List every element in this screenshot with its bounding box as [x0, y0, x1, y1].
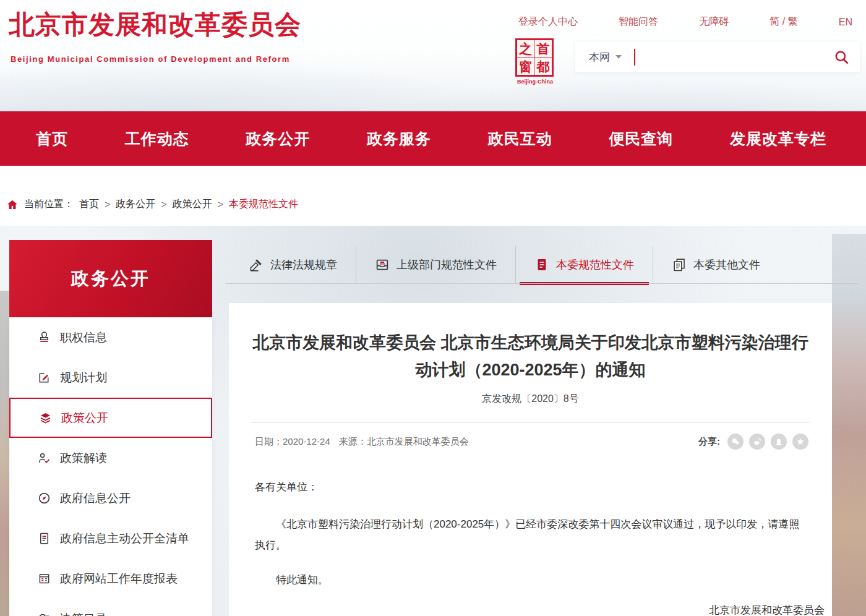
tab-committee-normative-documents[interactable]: 本委规范性文件 — [515, 246, 653, 283]
site-logo-title: 北京市发展和改革委员会 — [9, 7, 301, 42]
sidebar-item-planning[interactable]: 规划计划 — [9, 357, 212, 398]
sidebar: 政务公开 职权信息 规 — [9, 240, 212, 616]
sidebar-item-website-annual-report[interactable]: 政府网站工作年度报表 — [9, 558, 212, 599]
tab-superior-normative-documents[interactable]: 上级部门规范性文件 — [356, 246, 515, 283]
sidebar-item-label: 决策目录 — [60, 611, 107, 616]
share-label: 分享: — [698, 436, 720, 448]
nav-item-reform-column[interactable]: 发展改革专栏 — [730, 129, 826, 149]
seal-char: 首 — [534, 40, 552, 58]
tab-label: 本委其他文件 — [693, 257, 760, 272]
date-value: 2020-12-24 — [283, 436, 330, 447]
search-scope-label: 本网 — [589, 50, 610, 64]
folder-icon — [36, 612, 51, 616]
seal-caption: Beijing-China — [515, 79, 555, 85]
sidebar-item-gov-info-disclosure[interactable]: 政府信息公开 — [9, 478, 212, 518]
capital-window-seal-logo[interactable]: 之 首 窗 都 Beijing-China — [515, 38, 555, 85]
search-scope-dropdown[interactable]: 本网 — [589, 50, 622, 64]
tab-label: 上级部门规范性文件 — [397, 257, 497, 272]
breadcrumb-separator: > — [161, 199, 166, 210]
article-body: 各有关单位： 《北京市塑料污染治理行动计划（2020-2025年）》已经市委深改… — [255, 477, 806, 591]
stamp-icon — [36, 330, 51, 344]
page: 北京市发展和改革委员会 Beijing Municipal Commission… — [0, 0, 866, 616]
article-panel: 北京市发展和改革委员会 北京市生态环境局关于印发北京市塑料污染治理行动计划（20… — [229, 303, 832, 616]
simplified-traditional-toggle[interactable]: 简 / 繁 — [770, 15, 797, 28]
accessibility-link[interactable]: 无障碍 — [699, 15, 729, 28]
search-input[interactable] — [635, 41, 833, 72]
tab-label: 法律法规规章 — [270, 257, 337, 272]
search-bar: 本网 — [575, 41, 860, 72]
sidebar-item-label: 政府信息公开 — [60, 490, 131, 507]
header-links: 登录个人中心 智能问答 无障碍 简 / 繁 EN — [518, 15, 852, 28]
home-icon — [6, 199, 19, 211]
weibo-icon[interactable] — [749, 434, 765, 450]
report-table-icon — [36, 571, 51, 586]
tab-laws-regulations[interactable]: 法律法规规章 — [230, 246, 356, 283]
article-title: 北京市发展和改革委员会 北京市生态环境局关于印发北京市塑料污染治理行动计划（20… — [252, 329, 808, 383]
sidebar-header: 政务公开 — [9, 240, 212, 317]
document-red-icon — [534, 257, 549, 272]
qq-icon[interactable] — [771, 434, 787, 450]
breadcrumb-item-home[interactable]: 首页 — [79, 198, 99, 211]
nav-item-gov-services[interactable]: 政务服务 — [367, 129, 431, 149]
breadcrumb-item-policy-disclosure[interactable]: 政策公开 — [173, 198, 212, 211]
breadcrumb-bar: 当前位置： 首页 > 政务公开 > 政策公开 > 本委规范性文件 — [0, 166, 866, 226]
sidebar-item-policy-interpretation[interactable]: 政策解读 — [9, 438, 212, 478]
smart-qa-link[interactable]: 智能问答 — [619, 15, 658, 28]
main-nav: 首页 工作动态 政务公开 政务服务 政民互动 便民查询 发展改革专栏 — [0, 111, 866, 166]
document-type-tabs: 法律法规规章 上级部门规范性文件 本委规范性文件 本委其他 — [230, 246, 779, 283]
source-value: 北京市发展和改革委员会 — [367, 436, 469, 447]
background-photo-right — [832, 234, 866, 616]
seal-char: 都 — [534, 58, 552, 75]
body-paragraph: 特此通知。 — [255, 570, 806, 591]
nav-item-work-dynamics[interactable]: 工作动态 — [125, 129, 189, 149]
breadcrumb-label: 当前位置： — [24, 198, 74, 211]
sidebar-item-authority-info[interactable]: 职权信息 — [9, 317, 212, 357]
breadcrumb-item-gov-disclosure[interactable]: 政务公开 — [116, 198, 155, 211]
sidebar-item-proactive-disclosure-list[interactable]: 政府信息主动公开全清单 — [9, 518, 212, 558]
layers-icon — [38, 411, 53, 425]
person-check-icon — [36, 451, 51, 465]
sidebar-item-label: 职权信息 — [60, 330, 107, 346]
sidebar-item-policy-disclosure[interactable]: 政策公开 — [9, 398, 212, 438]
site-logo-subtitle: Beijing Municipal Commission of Developm… — [11, 54, 290, 64]
background-photo-left — [0, 291, 10, 616]
document-list-icon — [36, 531, 51, 545]
chevron-down-icon — [615, 55, 622, 59]
sidebar-item-label: 规划计划 — [60, 370, 107, 386]
title-divider — [251, 422, 810, 423]
seal-icon: 之 首 窗 都 — [515, 38, 554, 77]
share-toolbar: 分享: — [698, 434, 808, 450]
login-personal-center-link[interactable]: 登录个人中心 — [518, 15, 578, 28]
search-button[interactable] — [833, 49, 850, 66]
tab-committee-other-documents[interactable]: 本委其他文件 — [653, 246, 779, 283]
article-signature: 北京市发展和改革委员会 — [229, 603, 825, 616]
edit-icon — [36, 370, 51, 385]
qzone-icon[interactable] — [792, 434, 808, 450]
file-copy-icon — [672, 257, 687, 272]
article-meta-row: 日期：2020-12-24来源：北京市发展和改革委员会 分享: — [255, 434, 808, 450]
nav-item-home[interactable]: 首页 — [36, 129, 68, 149]
gavel-icon — [249, 257, 264, 272]
sidebar-item-label: 政府网站工作年度报表 — [60, 571, 178, 587]
site-header: 北京市发展和改革委员会 Beijing Municipal Commission… — [0, 0, 866, 111]
body-paragraph: 《北京市塑料污染治理行动计划（2020-2025年）》已经市委深改委第十四次会议… — [255, 514, 806, 556]
sidebar-item-label: 政策公开 — [61, 410, 108, 426]
seal-char: 窗 — [517, 58, 534, 75]
nav-item-convenience-query[interactable]: 便民查询 — [609, 129, 673, 149]
search-icon — [833, 49, 850, 66]
source-label: 来源： — [339, 436, 367, 447]
nav-item-gov-disclosure[interactable]: 政务公开 — [246, 129, 310, 149]
sidebar-item-label: 政府信息主动公开全清单 — [60, 531, 189, 547]
breadcrumb: 当前位置： 首页 > 政务公开 > 政策公开 > 本委规范性文件 — [6, 198, 298, 211]
english-link[interactable]: EN — [839, 17, 852, 28]
sidebar-item-decision-catalog[interactable]: 决策目录 — [9, 599, 212, 616]
salutation: 各有关单位： — [255, 477, 806, 498]
nav-item-public-interaction[interactable]: 政民互动 — [488, 129, 552, 149]
date-label: 日期： — [255, 436, 283, 447]
inbox-icon — [375, 257, 390, 272]
seal-char: 之 — [517, 40, 534, 58]
document-number: 京发改规〔2020〕8号 — [229, 393, 832, 406]
sidebar-item-label: 政策解读 — [60, 450, 107, 466]
wechat-icon[interactable] — [727, 434, 744, 450]
breadcrumb-separator: > — [105, 199, 110, 210]
